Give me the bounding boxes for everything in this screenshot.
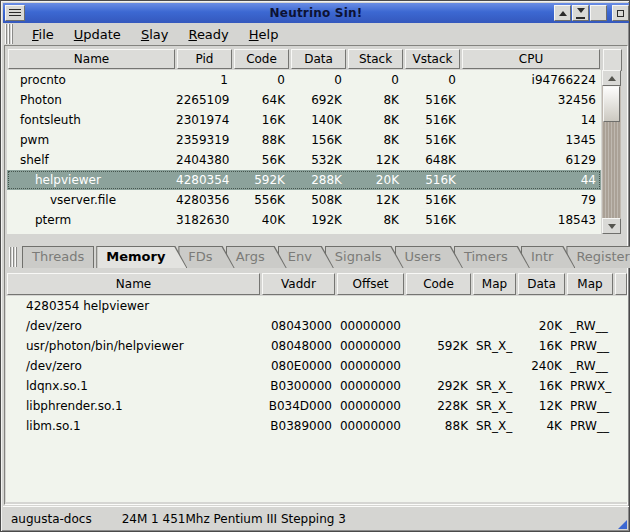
- memory-row[interactable]: libphrender.so.1B034D00000000000228KSR_X…: [6, 396, 628, 416]
- process-stack: 12K: [347, 193, 404, 207]
- memory-row[interactable]: /dev/zero080E000000000000240K_RW__: [6, 356, 628, 376]
- maximize-button[interactable]: [590, 5, 607, 21]
- memory-name: usr/photon/bin/helpviewer: [6, 339, 261, 353]
- menu-item-file[interactable]: File: [22, 25, 64, 44]
- process-code: 40K: [233, 213, 290, 227]
- tab-signals[interactable]: Signals: [325, 246, 404, 268]
- window-title: Neutrino Sin!: [270, 6, 363, 20]
- memory-name: /dev/zero: [6, 319, 261, 333]
- process-row-Photon[interactable]: Photon226510964K692K8K516K32456: [7, 90, 601, 110]
- process-row-procnto[interactable]: procnto10000i94766224: [7, 70, 601, 90]
- column-header-name[interactable]: Name: [8, 49, 175, 69]
- send-to-back-button[interactable]: [572, 5, 589, 21]
- process-table[interactable]: procnto10000i94766224Photon226510964K692…: [7, 70, 601, 234]
- memory-code-map: SR_X_: [472, 339, 517, 353]
- process-code: 88K: [233, 133, 290, 147]
- process-row-vserver.file[interactable]: vserver.file4280356556K508K12K516K79: [7, 190, 601, 210]
- column-header-vstack[interactable]: Vstack: [405, 49, 460, 69]
- memory-data: 16K: [517, 379, 566, 393]
- memory-offset: 00000000: [336, 399, 405, 413]
- memory-column-header-map-4[interactable]: Map: [473, 273, 516, 295]
- column-header-code[interactable]: Code: [234, 49, 289, 69]
- process-cpu: 1345: [461, 133, 601, 147]
- tab-users[interactable]: Users: [395, 246, 463, 268]
- column-header-pid[interactable]: Pid: [177, 49, 232, 69]
- tab-threads[interactable]: Threads: [22, 246, 94, 268]
- menu-item-update[interactable]: Update: [64, 25, 131, 44]
- process-pid: 4280356: [176, 193, 233, 207]
- memory-code: 592K: [405, 339, 472, 353]
- memory-row[interactable]: usr/photon/bin/helpviewer080480000000000…: [6, 336, 628, 356]
- tab-label: Threads: [22, 246, 94, 267]
- memory-data: 240K: [517, 359, 566, 373]
- process-name: helpviewer: [7, 173, 176, 187]
- memory-row[interactable]: /dev/zero080430000000000020K_RW__: [6, 316, 628, 336]
- process-vstack: 648K: [404, 153, 461, 167]
- memory-column-header-name[interactable]: Name: [7, 273, 260, 295]
- process-name: Photon: [7, 93, 176, 107]
- menu-item-help[interactable]: Help: [239, 25, 289, 44]
- process-name: vserver.file: [7, 193, 176, 207]
- window-menu-button[interactable]: [5, 5, 25, 21]
- tabstrip-drag-handle[interactable]: [9, 247, 17, 267]
- scroll-up-button[interactable]: [602, 70, 621, 86]
- resize-grip-icon[interactable]: [618, 520, 627, 529]
- tab-args[interactable]: Args: [226, 246, 287, 268]
- menubar-drag-handle[interactable]: [5, 24, 14, 44]
- menu-item-ready[interactable]: Ready: [178, 25, 238, 44]
- tab-timers[interactable]: Timers: [454, 246, 530, 268]
- tab-memory[interactable]: Memory: [96, 246, 187, 268]
- process-code: 56K: [233, 153, 290, 167]
- close-button[interactable]: [612, 5, 629, 21]
- column-header-cpu[interactable]: CPU: [462, 49, 600, 69]
- tab-label: Args: [226, 246, 287, 267]
- scroll-down-button[interactable]: [602, 218, 621, 234]
- window-menu-icon: [9, 9, 21, 18]
- memory-data: 4K: [517, 419, 566, 433]
- process-vstack: 516K: [404, 193, 461, 207]
- memory-column-header-vaddr[interactable]: Vaddr: [262, 273, 335, 295]
- memory-data: 16K: [517, 339, 566, 353]
- memory-vaddr: B034D000: [261, 399, 336, 413]
- memory-column-header-data-5[interactable]: Data: [518, 273, 565, 295]
- scrollbar-corner: [602, 48, 621, 70]
- memory-column-header-offset[interactable]: Offset: [337, 273, 404, 295]
- scrollbar-corner-button[interactable]: [603, 49, 622, 71]
- scrollbar-thumb[interactable]: [603, 86, 620, 122]
- process-vstack: 516K: [404, 133, 461, 147]
- process-pid: 2404380: [176, 153, 233, 167]
- memory-data-map: PRWX_: [566, 379, 614, 393]
- process-data: 156K: [290, 133, 347, 147]
- memory-table[interactable]: 4280354 helpviewer/dev/zero0804300000000…: [6, 296, 628, 502]
- memory-row[interactable]: 4280354 helpviewer: [6, 296, 628, 316]
- tab-registers[interactable]: Registers: [566, 246, 630, 268]
- tab-label: Timers: [454, 246, 530, 267]
- process-vstack: 516K: [404, 113, 461, 127]
- title-bar[interactable]: Neutrino Sin!: [3, 3, 629, 23]
- process-row-shelf[interactable]: shelf240438056K532K12K648K6129: [7, 150, 601, 170]
- memory-column-header-map-6[interactable]: Map: [567, 273, 613, 295]
- process-row-fontsleuth[interactable]: fontsleuth230197416K140K8K516K14: [7, 110, 601, 130]
- process-row-helpviewer[interactable]: helpviewer4280354592K288K20K516K44: [7, 170, 601, 190]
- memory-data-map: _RW__: [566, 319, 614, 333]
- minimize-button[interactable]: [554, 5, 571, 21]
- memory-column-header-filler[interactable]: [615, 273, 627, 295]
- memory-column-header-code[interactable]: Code: [406, 273, 471, 295]
- column-header-stack[interactable]: Stack: [348, 49, 403, 69]
- scrollbar-track[interactable]: [602, 86, 621, 218]
- process-cpu: 44: [461, 173, 601, 187]
- process-row-pterm[interactable]: pterm318263040K192K8K516K18543: [7, 210, 601, 230]
- process-data: 140K: [290, 113, 347, 127]
- process-data: 0: [290, 73, 347, 87]
- memory-row[interactable]: libm.so.1B03890000000000088KSR_X_4KPRW__: [6, 416, 628, 436]
- process-stack: 8K: [347, 113, 404, 127]
- process-vstack: 516K: [404, 213, 461, 227]
- column-header-data[interactable]: Data: [291, 49, 346, 69]
- process-row-pwm[interactable]: pwm235931988K156K8K516K1345: [7, 130, 601, 150]
- memory-row[interactable]: ldqnx.so.1B030000000000000292KSR_X_16KPR…: [6, 376, 628, 396]
- memory-data: 12K: [517, 399, 566, 413]
- menu-item-slay[interactable]: Slay: [131, 25, 179, 44]
- memory-name: ldqnx.so.1: [6, 379, 261, 393]
- process-data: 532K: [290, 153, 347, 167]
- memory-offset: 00000000: [336, 319, 405, 333]
